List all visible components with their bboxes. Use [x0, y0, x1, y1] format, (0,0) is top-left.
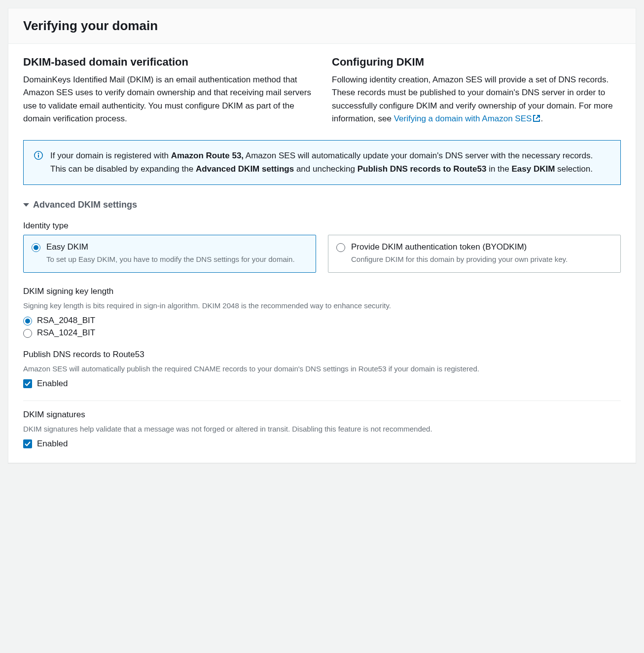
signatures-checkbox-label: Enabled — [37, 439, 68, 449]
info-bold-route53: Amazon Route 53, — [171, 151, 244, 160]
info-bold-publish: Publish DNS records to Route53 — [358, 164, 487, 174]
dkim-verification-column: DKIM-based domain verification DomainKey… — [23, 56, 312, 126]
configuring-dkim-post: . — [540, 114, 543, 123]
dkim-verification-heading: DKIM-based domain verification — [23, 56, 312, 69]
publish-dns-checkbox-label: Enabled — [37, 379, 68, 389]
info-seg-1: If your domain is registered with — [50, 151, 171, 160]
label-rsa1024: RSA_1024_BIT — [37, 328, 95, 338]
identity-type-tiles: Easy DKIM To set up Easy DKIM, you have … — [23, 235, 621, 273]
caret-down-icon — [23, 203, 29, 207]
advanced-dkim-title: Advanced DKIM settings — [33, 200, 137, 210]
tile-easy-dkim-text: Easy DKIM To set up Easy DKIM, you have … — [46, 242, 295, 264]
route53-info-text: If your domain is registered with Amazon… — [50, 149, 610, 176]
panel-header: Verifying your domain — [8, 8, 636, 44]
signatures-checkbox[interactable] — [23, 439, 32, 448]
publish-dns-checkbox[interactable] — [23, 379, 32, 388]
tile-byodkim-title: Provide DKIM authentication token (BYODK… — [351, 242, 568, 252]
tile-easy-dkim[interactable]: Easy DKIM To set up Easy DKIM, you have … — [23, 235, 316, 273]
advanced-dkim-section: Advanced DKIM settings Identity type Eas… — [23, 200, 621, 449]
svg-rect-2 — [38, 155, 39, 158]
info-bold-easydkim: Easy DKIM — [511, 164, 555, 174]
dkim-verification-body: DomainKeys Identified Mail (DKIM) is an … — [23, 73, 312, 125]
tile-byodkim[interactable]: Provide DKIM authentication token (BYODK… — [328, 235, 621, 273]
tile-byodkim-text: Provide DKIM authentication token (BYODK… — [351, 242, 568, 264]
radio-rsa1024[interactable] — [23, 329, 32, 338]
signatures-label: DKIM signatures — [23, 410, 621, 420]
publish-dns-checkbox-row[interactable]: Enabled — [23, 379, 621, 389]
info-bold-advanced: Advanced DKIM settings — [196, 164, 294, 174]
info-columns: DKIM-based domain verification DomainKey… — [23, 56, 621, 126]
publish-dns-hint: Amazon SES will automatically publish th… — [23, 363, 621, 374]
signatures-hint: DKIM signatures help validate that a mes… — [23, 424, 621, 434]
divider: DKIM signatures DKIM signatures help val… — [23, 400, 621, 449]
radio-byodkim[interactable] — [336, 243, 345, 252]
verify-domain-link[interactable]: Verifying a domain with Amazon SES — [394, 114, 541, 123]
panel-title: Verifying your domain — [23, 18, 621, 34]
identity-type-label: Identity type — [23, 221, 621, 231]
publish-dns-label: Publish DNS records to Route53 — [23, 350, 621, 360]
svg-point-1 — [38, 153, 39, 154]
panel-body: DKIM-based domain verification DomainKey… — [8, 44, 636, 463]
verify-domain-panel: Verifying your domain DKIM-based domain … — [8, 8, 636, 463]
info-seg-5: selection. — [555, 164, 593, 174]
info-seg-4: in the — [486, 164, 511, 174]
tile-easy-dkim-title: Easy DKIM — [46, 242, 295, 252]
verify-domain-link-text: Verifying a domain with Amazon SES — [394, 114, 532, 123]
check-icon — [24, 380, 31, 387]
radio-easy-dkim[interactable] — [32, 243, 40, 252]
key-length-hint: Signing key length is bits required in s… — [23, 300, 621, 311]
radio-row-rsa1024[interactable]: RSA_1024_BIT — [23, 328, 621, 338]
configuring-dkim-heading: Configuring DKIM — [332, 56, 621, 69]
key-length-label: DKIM signing key length — [23, 287, 621, 296]
radio-row-rsa2048[interactable]: RSA_2048_BIT — [23, 316, 621, 326]
info-icon — [34, 150, 43, 176]
configuring-dkim-column: Configuring DKIM Following identity crea… — [332, 56, 621, 126]
check-icon — [24, 440, 31, 447]
radio-rsa2048[interactable] — [23, 317, 32, 326]
info-seg-3: and unchecking — [294, 164, 358, 174]
tile-easy-dkim-desc: To set up Easy DKIM, you have to modify … — [46, 254, 295, 264]
label-rsa2048: RSA_2048_BIT — [37, 316, 95, 326]
route53-info-box: If your domain is registered with Amazon… — [23, 140, 621, 185]
signatures-checkbox-row[interactable]: Enabled — [23, 439, 621, 449]
tile-byodkim-desc: Configure DKIM for this domain by provid… — [351, 254, 568, 264]
external-link-icon — [533, 113, 540, 126]
configuring-dkim-body: Following identity creation, Amazon SES … — [332, 73, 621, 126]
advanced-dkim-toggle[interactable]: Advanced DKIM settings — [23, 200, 621, 210]
